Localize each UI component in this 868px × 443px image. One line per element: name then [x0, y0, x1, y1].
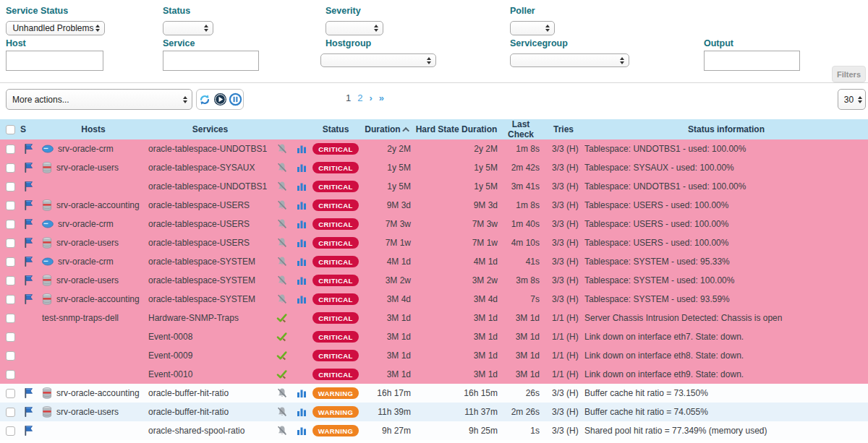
- refresh-button[interactable]: [197, 93, 212, 107]
- service-name[interactable]: oracle-buffer-hit-ratio: [145, 407, 272, 417]
- host-name[interactable]: srv-oracle-users: [56, 163, 119, 173]
- row-checkbox[interactable]: [6, 201, 15, 210]
- performance-graph-icon[interactable]: [297, 163, 307, 173]
- column-header-hard-state-duration[interactable]: Hard State Duration: [414, 124, 499, 134]
- row-checkbox[interactable]: [6, 295, 15, 304]
- performance-graph-icon[interactable]: [297, 238, 307, 248]
- host-name[interactable]: srv-oracle-users: [56, 407, 119, 417]
- service-name[interactable]: oracle-buffer-hit-ratio: [145, 388, 272, 398]
- host-name[interactable]: srv-oracle-crm: [58, 219, 114, 229]
- service-name[interactable]: Event-0008: [145, 332, 272, 342]
- severity-select[interactable]: [326, 21, 383, 35]
- flag-icon[interactable]: [23, 387, 33, 399]
- pause-button[interactable]: [228, 93, 242, 107]
- service-status-select[interactable]: Unhandled Problems: [6, 21, 105, 35]
- pagination-next-icon[interactable]: ›: [369, 93, 372, 103]
- host-name[interactable]: srv-oracle-users: [56, 238, 119, 248]
- status-select[interactable]: [163, 21, 213, 35]
- flag-icon[interactable]: [23, 237, 33, 249]
- performance-graph-icon[interactable]: [297, 200, 307, 210]
- row-checkbox[interactable]: [6, 314, 15, 323]
- row-checkbox[interactable]: [6, 389, 15, 398]
- host-name[interactable]: test-snmp-traps-dell: [42, 313, 119, 323]
- performance-graph-icon[interactable]: [297, 144, 307, 154]
- last-check-cell: 26s: [499, 388, 542, 398]
- pagination-page-2[interactable]: 2: [357, 93, 362, 103]
- host-name[interactable]: srv-oracle-accounting: [56, 294, 140, 304]
- row-checkbox[interactable]: [6, 257, 15, 267]
- service-name[interactable]: oracle-tablespace-SYSTEM: [145, 294, 272, 304]
- flag-icon[interactable]: [23, 293, 33, 305]
- service-name[interactable]: oracle-tablespace-UNDOTBS1: [145, 144, 272, 154]
- service-name[interactable]: oracle-tablespace-SYSAUX: [145, 163, 272, 173]
- row-checkbox[interactable]: [6, 220, 15, 229]
- column-header-last-check[interactable]: Last Check: [499, 119, 542, 139]
- service-name[interactable]: Hardware-SNMP-Traps: [145, 313, 272, 323]
- performance-graph-icon[interactable]: [297, 407, 307, 417]
- flag-icon[interactable]: [23, 199, 33, 211]
- page-size-select[interactable]: 30: [838, 89, 866, 110]
- flag-icon[interactable]: [23, 275, 33, 286]
- row-checkbox[interactable]: [6, 238, 15, 248]
- table-row: srv-oracle-accounting oracle-tablespace-…: [0, 290, 868, 309]
- service-name[interactable]: oracle-tablespace-SYSTEM: [145, 257, 272, 267]
- service-name[interactable]: Event-0010: [145, 369, 272, 379]
- flag-icon[interactable]: [23, 218, 33, 230]
- host-name[interactable]: srv-oracle-accounting: [56, 200, 140, 210]
- service-name[interactable]: oracle-shared-spool-ratio: [145, 426, 272, 436]
- duration-cell: 7M 3w: [360, 219, 414, 229]
- row-checkbox[interactable]: [6, 351, 15, 361]
- flag-icon[interactable]: [23, 256, 33, 267]
- flag-icon[interactable]: [23, 143, 33, 155]
- row-checkbox[interactable]: [6, 182, 15, 192]
- host-name[interactable]: srv-oracle-crm: [58, 144, 114, 154]
- flag-icon[interactable]: [23, 406, 33, 418]
- table-row: oracle-tablespace-UNDOTBS1: [0, 177, 868, 196]
- row-checkbox[interactable]: [6, 426, 15, 436]
- row-checkbox[interactable]: [6, 163, 15, 173]
- performance-graph-icon[interactable]: [297, 275, 307, 285]
- host-name[interactable]: srv-oracle-crm: [58, 257, 114, 267]
- row-checkbox[interactable]: [6, 370, 15, 379]
- select-all-checkbox[interactable]: [6, 125, 15, 134]
- column-header-hosts[interactable]: Hosts: [38, 124, 145, 134]
- column-header-status[interactable]: Status: [311, 124, 360, 134]
- column-header-status-information[interactable]: Status information: [584, 124, 868, 134]
- service-input[interactable]: [163, 51, 259, 71]
- service-name[interactable]: oracle-tablespace-USERS: [145, 200, 272, 210]
- row-checkbox[interactable]: [6, 145, 15, 154]
- performance-graph-icon[interactable]: [297, 294, 307, 304]
- poller-select[interactable]: [510, 21, 555, 35]
- play-button[interactable]: [213, 93, 227, 107]
- service-name[interactable]: oracle-tablespace-USERS: [145, 238, 272, 248]
- more-actions-select[interactable]: More actions...: [6, 89, 192, 110]
- performance-graph-icon[interactable]: [297, 426, 307, 436]
- performance-graph-icon[interactable]: [297, 257, 307, 267]
- row-checkbox[interactable]: [6, 332, 15, 342]
- flag-icon[interactable]: [23, 181, 33, 192]
- hostgroup-select[interactable]: [320, 53, 436, 67]
- pagination-last-icon[interactable]: »: [379, 93, 384, 103]
- performance-graph-icon[interactable]: [297, 181, 307, 192]
- service-name[interactable]: oracle-tablespace-USERS: [145, 219, 272, 229]
- flag-icon[interactable]: [23, 162, 33, 173]
- service-name[interactable]: oracle-tablespace-UNDOTBS1: [145, 181, 272, 192]
- servicegroup-select[interactable]: [510, 53, 629, 67]
- row-checkbox[interactable]: [6, 276, 15, 285]
- column-header-s[interactable]: S: [19, 124, 38, 134]
- performance-graph-icon[interactable]: [297, 219, 307, 229]
- service-name[interactable]: oracle-tablespace-SYSTEM: [145, 275, 272, 285]
- column-header-duration[interactable]: Duration: [360, 124, 414, 134]
- performance-graph-icon[interactable]: [297, 388, 307, 398]
- filters-button[interactable]: Filters: [832, 66, 866, 82]
- service-name[interactable]: Event-0009: [145, 350, 272, 361]
- flag-icon[interactable]: [23, 425, 33, 436]
- tries-cell: 3/3 (H): [542, 163, 584, 173]
- host-name[interactable]: srv-oracle-accounting: [56, 388, 140, 398]
- host-name[interactable]: srv-oracle-users: [56, 275, 119, 285]
- column-header-tries[interactable]: Tries: [542, 124, 584, 134]
- row-checkbox[interactable]: [6, 408, 15, 417]
- output-input[interactable]: [704, 51, 800, 71]
- column-header-services[interactable]: Services: [145, 124, 272, 134]
- host-input[interactable]: [6, 51, 103, 71]
